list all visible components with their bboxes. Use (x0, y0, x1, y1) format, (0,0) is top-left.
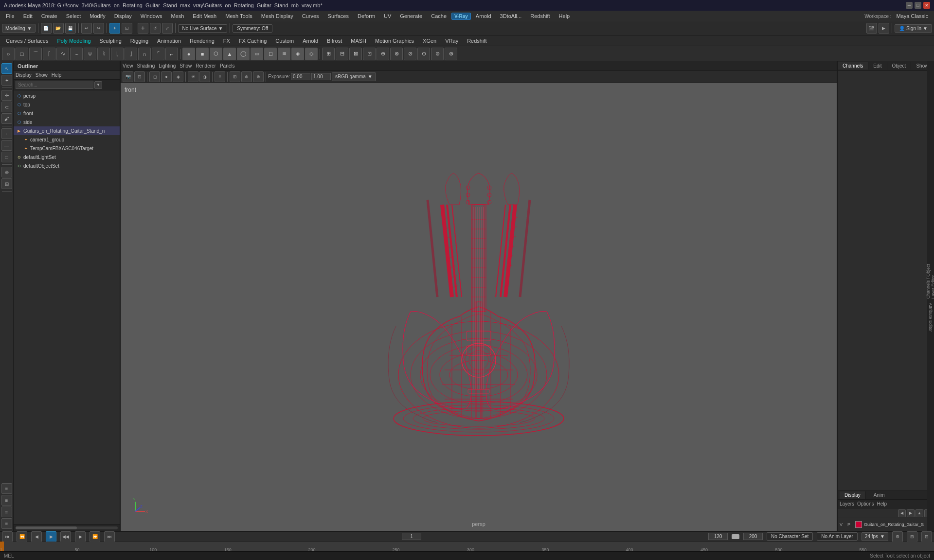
menu-file[interactable]: File (2, 12, 18, 20)
close-button[interactable]: ✕ (923, 2, 930, 9)
shelf-btn-7[interactable]: ∪ (84, 48, 96, 60)
next-key-btn[interactable]: ⏩ (90, 531, 100, 542)
no-character-set-btn[interactable]: No Character Set (767, 532, 813, 541)
viewport-menu-panels[interactable]: Panels (220, 63, 235, 69)
viewport-menu-shading[interactable]: Shading (137, 63, 155, 69)
shelf-btn-cube[interactable]: ■ (196, 48, 209, 60)
tab-arnold[interactable]: Arnold (299, 37, 322, 45)
menu-edit[interactable]: Edit (19, 12, 36, 20)
menu-windows[interactable]: Windows (137, 12, 166, 20)
shelf-btn-mesh7[interactable]: ⊘ (404, 48, 416, 60)
outliner-item-lightset[interactable]: ⊙ defaultLightSet (14, 153, 120, 161)
outliner-item-objectset[interactable]: ⊙ defaultObjectSet (14, 161, 120, 170)
shelf-btn-pipe[interactable]: ◻ (264, 48, 277, 60)
modeling-dropdown[interactable]: Modeling ▼ (2, 24, 36, 33)
shelf-btn-mesh9[interactable]: ⊚ (431, 48, 444, 60)
layer-color-swatch[interactable] (855, 521, 862, 528)
shelf-btn-10[interactable]: ⌋ (125, 48, 137, 60)
timeline-extra-btn[interactable]: ⊞ (907, 531, 917, 542)
edge-mode-btn[interactable]: — (1, 140, 12, 151)
shelf-btn-3[interactable]: ⌒ (29, 48, 42, 60)
shelf-btn-mesh4[interactable]: ⊡ (363, 48, 376, 60)
workspace-name[interactable]: Maya Classic (893, 12, 932, 20)
shelf-btn-mesh2[interactable]: ⊟ (336, 48, 348, 60)
mel-input[interactable] (18, 553, 261, 559)
menu-modify[interactable]: Modify (86, 12, 109, 20)
render-btn[interactable]: 🎬 (866, 23, 877, 34)
tab-mash[interactable]: MASH (347, 37, 370, 45)
outliner-item-camera-group[interactable]: ✦ camera1_group (14, 135, 120, 144)
outliner-scrollbar[interactable] (14, 524, 120, 531)
vp-hud-btn[interactable]: ⊞ (230, 71, 240, 82)
vp-exposure-input[interactable] (291, 73, 310, 80)
shelf-btn-plane[interactable]: ▭ (251, 48, 263, 60)
vp-fit-btn[interactable]: ⊡ (134, 71, 145, 82)
layer-next-btn[interactable]: ▶ (907, 509, 915, 517)
paint-select-btn[interactable]: ✦ (1, 75, 12, 86)
menu-deform[interactable]: Deform (354, 12, 379, 20)
shelf-btn-4[interactable]: ⌈ (43, 48, 55, 60)
search-input[interactable] (16, 81, 93, 89)
shelf-btn-torus[interactable]: ◯ (237, 48, 250, 60)
search-options-btn[interactable]: ▼ (94, 81, 102, 89)
outliner-menu-show[interactable]: Show (36, 72, 48, 78)
tab-bifrost[interactable]: Bifrost (323, 37, 346, 45)
shelf-btn-8[interactable]: ⌇ (97, 48, 110, 60)
shelf-btn-mesh5[interactable]: ⊕ (377, 48, 389, 60)
layer-prev-btn[interactable]: ◀ (898, 509, 906, 517)
shelf-btn-mesh10[interactable]: ⊛ (445, 48, 457, 60)
vp-gamma-dropdown[interactable]: sRGB gamma ▼ (332, 72, 376, 81)
lasso-btn[interactable]: ⊂ (1, 102, 12, 112)
symmetry-btn[interactable]: Symmetry: Off (233, 24, 272, 33)
outliner-item-guitars-group[interactable]: ▶ Guitars_on_Rotating_Guitar_Stand_n (14, 126, 120, 135)
tab-rendering[interactable]: Rendering (186, 37, 218, 45)
shelf-btn-13[interactable]: ⌐ (165, 48, 178, 60)
shelf-btn-12[interactable]: ⌜ (152, 48, 164, 60)
menu-mesh[interactable]: Mesh (167, 12, 188, 20)
shelf-btn-2[interactable]: □ (16, 48, 28, 60)
save-scene-btn[interactable]: 💾 (65, 23, 76, 34)
layers-help-tab[interactable]: Help (877, 501, 887, 507)
end-frame-input[interactable] (708, 533, 728, 540)
minimize-button[interactable]: ─ (906, 2, 913, 9)
layer-up-btn[interactable]: ▲ (916, 509, 923, 517)
viewport-menu-renderer[interactable]: Renderer (196, 63, 216, 69)
tab-sculpting[interactable]: Sculpting (96, 37, 126, 45)
prev-frame-btn[interactable]: ◀ (31, 531, 42, 542)
vp-iso-btn[interactable]: ⊗ (253, 71, 264, 82)
go-start-btn[interactable]: ⏮ (2, 531, 13, 542)
move-tool-btn[interactable]: ✛ (138, 23, 148, 34)
timeline-settings-btn[interactable]: ⚙ (892, 531, 903, 542)
attr-editor-btn[interactable]: ≡ (1, 507, 12, 517)
vp-light-btn[interactable]: ☀ (188, 71, 198, 82)
shelf-btn-cone[interactable]: ▲ (223, 48, 236, 60)
paint-btn[interactable]: 🖌 (1, 113, 12, 124)
display-tab[interactable]: Display (840, 491, 866, 499)
outliner-item-tempcam[interactable]: ✦ TempCamFBXASC046Target (14, 144, 120, 153)
max-frame-input[interactable] (743, 533, 763, 540)
vp-xray-btn[interactable]: ⊕ (241, 71, 252, 82)
outliner-item-side[interactable]: ⬡ side (14, 118, 120, 126)
outliner-menu-display[interactable]: Display (16, 72, 32, 78)
menu-create[interactable]: Create (37, 12, 61, 20)
shelf-btn-pyramid[interactable]: ◇ (305, 48, 318, 60)
menu-curves[interactable]: Curves (298, 12, 323, 20)
options-tab[interactable]: Options (857, 501, 874, 507)
layers-tab[interactable]: Layers (840, 501, 854, 507)
go-end-btn[interactable]: ⏭ (104, 531, 115, 542)
lasso-tool-btn[interactable]: ⊡ (122, 23, 132, 34)
outliner-menu-help[interactable]: Help (52, 72, 62, 78)
menu-cache[interactable]: Cache (427, 12, 450, 20)
viewport-menu-lighting[interactable]: Lighting (159, 63, 176, 69)
viewport-menu-view[interactable]: View (123, 63, 133, 69)
new-scene-btn[interactable]: 📄 (41, 23, 52, 34)
vp-shadow-btn[interactable]: ◑ (199, 71, 210, 82)
sign-in-button[interactable]: 👤 Sign In ▼ (895, 24, 932, 33)
shelf-btn-mesh6[interactable]: ⊗ (390, 48, 403, 60)
vp-grid-btn[interactable]: # (215, 71, 225, 82)
magnet-btn[interactable]: ⊞ (1, 178, 12, 189)
tab-poly-modeling[interactable]: Poly Modeling (53, 37, 94, 45)
shelf-btn-mesh8[interactable]: ⊙ (417, 48, 430, 60)
shelf-btn-9[interactable]: ⌊ (111, 48, 124, 60)
shelf-btn-5[interactable]: ∿ (56, 48, 69, 60)
